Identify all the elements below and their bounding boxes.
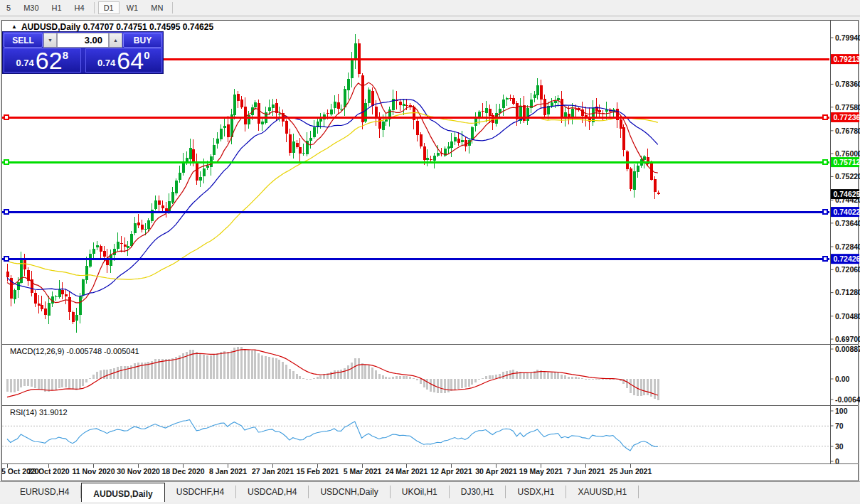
svg-text:0.73640: 0.73640 xyxy=(835,219,860,227)
chart-title: ▲AUDUSD,Daily 0.74707 0.74751 0.74595 0.… xyxy=(11,22,213,32)
symbol-marker-icon: ▲ xyxy=(11,23,17,30)
tab-usdx-h1[interactable]: USDX,H1 xyxy=(506,486,566,498)
svg-text:0.76000: 0.76000 xyxy=(835,149,860,158)
tab-xauusd-h1[interactable]: XAUUSD,H1 xyxy=(566,486,639,498)
svg-text:18 Dec 2020: 18 Dec 2020 xyxy=(161,467,204,476)
svg-text:25 Jun 2021: 25 Jun 2021 xyxy=(610,467,652,476)
svg-text:11 Nov 2020: 11 Nov 2020 xyxy=(72,467,115,476)
svg-text:23 Oct 2020: 23 Oct 2020 xyxy=(28,467,70,476)
svg-text:0.78360: 0.78360 xyxy=(835,80,860,88)
volume-input[interactable]: 3.00 xyxy=(57,33,109,48)
sell-price-big: 62 xyxy=(36,50,63,71)
volume-decrease-button[interactable]: ▼ xyxy=(43,33,57,48)
svg-text:-0.006445: -0.006445 xyxy=(835,395,860,404)
buy-price-big: 64 xyxy=(117,50,144,71)
chart-ohlc: 0.74707 0.74751 0.74595 0.74625 xyxy=(83,22,214,32)
chart-canvas[interactable]: 0.799400.783600.775800.767800.760000.752… xyxy=(0,0,860,504)
svg-text:0.79940: 0.79940 xyxy=(835,33,860,42)
svg-text:19 May 2021: 19 May 2021 xyxy=(519,467,563,476)
one-click-trade-panel: SELL ▼ 3.00 ▲ BUY 0.74628 0.74640 xyxy=(2,31,164,74)
tab-dj30-h1[interactable]: DJ30,H1 xyxy=(450,486,506,498)
timeframe-button-5[interactable]: 5 xyxy=(1,1,16,14)
chart-symbol: AUDUSD,Daily xyxy=(21,22,80,32)
timeframe-button-d1[interactable]: D1 xyxy=(98,1,120,14)
svg-text:0.77236: 0.77236 xyxy=(834,113,860,122)
svg-text:0.77580: 0.77580 xyxy=(835,103,860,112)
svg-text:0.72060: 0.72060 xyxy=(835,265,860,274)
svg-text:30 Nov 2020: 30 Nov 2020 xyxy=(117,467,160,476)
terminal-window: 0.799400.783600.775800.767800.760000.752… xyxy=(0,0,860,504)
buy-price-sup: 0 xyxy=(144,49,149,61)
svg-text:0.008877: 0.008877 xyxy=(835,345,860,353)
toolbar-separator xyxy=(172,2,173,14)
svg-text:24 Mar 2021: 24 Mar 2021 xyxy=(386,467,428,476)
svg-text:0.74625: 0.74625 xyxy=(834,190,860,198)
svg-text:0.76780: 0.76780 xyxy=(835,127,860,135)
tab-usdcnh-daily[interactable]: USDCNH,Daily xyxy=(309,486,390,498)
timeframe-button-mn[interactable]: MN xyxy=(145,1,169,14)
svg-text:0.72840: 0.72840 xyxy=(835,242,860,251)
timeframe-button-w1[interactable]: W1 xyxy=(121,1,144,14)
sell-price[interactable]: 0.74628 xyxy=(4,48,81,73)
sell-price-prefix: 0.74 xyxy=(16,58,34,68)
sell-button[interactable]: SELL xyxy=(4,33,43,48)
buy-price[interactable]: 0.74640 xyxy=(85,48,163,73)
svg-text:0.00: 0.00 xyxy=(835,375,850,383)
svg-text:0.75220: 0.75220 xyxy=(835,172,860,181)
svg-text:27 Jan 2021: 27 Jan 2021 xyxy=(252,467,294,476)
sell-price-sup: 8 xyxy=(63,49,68,61)
svg-text:15 Feb 2021: 15 Feb 2021 xyxy=(297,467,339,476)
rsi-label: RSI(14) 31.9012 xyxy=(10,408,68,417)
price-axis: 0.799400.783600.775800.767800.760000.752… xyxy=(831,21,860,466)
volume-increase-button[interactable]: ▲ xyxy=(109,33,122,48)
timeframe-toolbar: 5M30H1H4D1W1MN xyxy=(0,0,860,16)
tab-ukoil-h1[interactable]: UKOil,H1 xyxy=(391,486,450,498)
svg-text:12 Apr 2021: 12 Apr 2021 xyxy=(430,467,472,476)
chart-tab-bar: EURUSD,H4AUDUSD,DailyUSDCHF,H4USDCAD,H4U… xyxy=(0,481,860,502)
svg-text:100: 100 xyxy=(835,407,848,415)
svg-text:0.74022: 0.74022 xyxy=(834,208,860,216)
chart-window-frame xyxy=(2,21,859,481)
timeframe-button-m30[interactable]: M30 xyxy=(18,1,44,14)
tab-usdcad-h4[interactable]: USDCAD,H4 xyxy=(236,486,309,498)
svg-text:30 Apr 2021: 30 Apr 2021 xyxy=(475,467,517,476)
macd-label: MACD(12,26,9) -0.005748 -0.005041 xyxy=(10,347,139,355)
svg-text:70: 70 xyxy=(835,422,844,430)
svg-text:8 Jan 2021: 8 Jan 2021 xyxy=(209,467,247,476)
toolbar-separator xyxy=(94,2,95,14)
svg-text:0.79213: 0.79213 xyxy=(834,55,860,63)
svg-text:0.70480: 0.70480 xyxy=(835,312,860,321)
svg-text:0.69700: 0.69700 xyxy=(835,335,860,343)
buy-button[interactable]: BUY xyxy=(123,33,162,48)
svg-text:30: 30 xyxy=(835,442,844,451)
svg-text:0.75712: 0.75712 xyxy=(834,158,860,166)
timeframe-button-h1[interactable]: H1 xyxy=(46,1,68,14)
svg-text:0.72426: 0.72426 xyxy=(834,254,860,263)
tab-usdchf-h4[interactable]: USDCHF,H4 xyxy=(165,486,236,498)
tab-eurusd-h4[interactable]: EURUSD,H4 xyxy=(9,486,81,498)
buy-price-prefix: 0.74 xyxy=(97,58,115,68)
tab-audusd-daily[interactable]: AUDUSD,Daily xyxy=(81,483,164,502)
timeframe-button-h4[interactable]: H4 xyxy=(69,1,90,14)
svg-text:0.71280: 0.71280 xyxy=(835,288,860,296)
svg-text:5 Mar 2021: 5 Mar 2021 xyxy=(344,467,382,476)
svg-text:7 Jun 2021: 7 Jun 2021 xyxy=(567,467,605,476)
